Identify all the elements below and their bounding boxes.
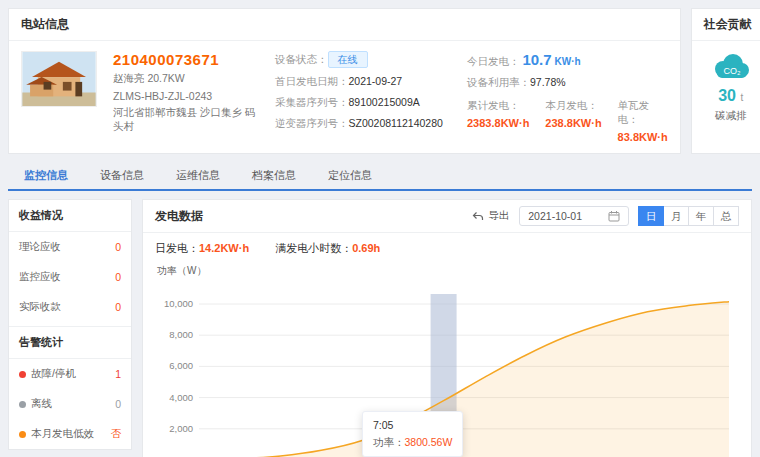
alarm-label: 本月发电低效 — [19, 427, 94, 441]
tab-device[interactable]: 设备信息 — [84, 162, 160, 189]
page: 电站信息 210400073671 赵海亮 20.7KW ZLMS- — [0, 0, 760, 457]
svg-text:CO₂: CO₂ — [723, 66, 741, 76]
alarm-section-title: 告警统计 — [9, 326, 131, 359]
station-info-panel: 电站信息 210400073671 赵海亮 20.7KW ZLMS- — [8, 8, 681, 154]
alarm-label: 故障/停机 — [19, 367, 76, 381]
generation-stat-columns: 累计发电： 2383.8KW·h 本月发电： 238.8KW·h 单瓦发电： 8… — [467, 99, 668, 143]
alarm-row-low-efficiency: 本月发电低效 否 — [9, 419, 131, 449]
tab-operations[interactable]: 运维信息 — [160, 162, 236, 189]
station-owner: 赵海亮 20.7KW — [113, 72, 259, 86]
online-status-badge: 在线 — [328, 51, 368, 68]
range-button-total[interactable]: 总 — [713, 206, 739, 226]
sidebar: 收益情况 理论应收 0 监控应收 0 实际收款 0 告警统计 故障/停机 1 离… — [8, 199, 132, 450]
revenue-label: 监控应收 — [19, 270, 61, 284]
svg-text:10,000: 10,000 — [164, 298, 193, 309]
month-generation-value: 238.8KW·h — [545, 117, 601, 129]
revenue-row-monitored: 监控应收 0 — [9, 262, 131, 292]
alarm-value: 1 — [115, 368, 121, 380]
co2-cloud-icon: CO₂ — [711, 53, 751, 83]
svg-text:6,000: 6,000 — [169, 360, 193, 371]
offline-status-dot — [19, 401, 26, 408]
day-generation-stat: 日发电：14.2KW·h — [155, 241, 249, 256]
month-generation-label: 本月发电： — [545, 99, 601, 113]
chart-tooltip: 7:05 功率：3800.56W — [362, 411, 463, 457]
revenue-section-title: 收益情况 — [9, 200, 131, 232]
today-generation-label: 今日发电： — [467, 55, 520, 67]
revenue-value: 0 — [115, 241, 121, 253]
co2-reduction-item: CO₂ 30 t 碳减排 — [711, 53, 751, 123]
tooltip-time: 7:05 — [373, 417, 452, 434]
utilization-value: 97.78% — [530, 76, 566, 88]
full-hours-stat: 满发电小时数：0.69h — [275, 241, 380, 256]
tooltip-power: 功率：3800.56W — [373, 434, 452, 451]
range-button-group: 日 月 年 总 — [639, 206, 739, 226]
range-button-month[interactable]: 月 — [663, 206, 689, 226]
station-summary: 210400073671 赵海亮 20.7KW ZLMS-HBJ-ZJL-024… — [113, 51, 259, 143]
collector-serial-label: 采集器序列号： — [275, 96, 349, 108]
revenue-value: 0 — [115, 271, 121, 283]
day-generation-label: 日发电： — [155, 242, 199, 254]
full-hours-value: 0.69h — [352, 242, 380, 254]
revenue-value: 0 — [115, 301, 121, 313]
chart-panel-title: 发电数据 — [155, 208, 203, 225]
today-generation-unit: KW·h — [555, 56, 581, 67]
collector-serial-row: 采集器序列号：89100215009A — [275, 96, 451, 110]
alarm-value: 否 — [111, 427, 122, 441]
export-icon — [472, 210, 484, 222]
first-gen-date-row: 首日发电日期：2021-09-27 — [275, 75, 451, 89]
today-generation-row: 今日发电： 10.7 KW·h — [467, 51, 668, 69]
revenue-label: 实际收款 — [19, 300, 61, 314]
svg-text:2,000: 2,000 — [169, 423, 193, 434]
export-button[interactable]: 导出 — [472, 209, 509, 223]
first-gen-date-value: 2021-09-27 — [349, 75, 403, 87]
day-generation-value: 14.2KW·h — [199, 242, 249, 254]
station-stats: 今日发电： 10.7 KW·h 设备利用率：97.78% 累计发电： 2383.… — [467, 51, 668, 143]
top-row: 电站信息 210400073671 赵海亮 20.7KW ZLMS- — [8, 8, 752, 154]
per-watt-generation-col: 单瓦发电： 83.8KW·h — [618, 99, 668, 143]
revenue-row-actual: 实际收款 0 — [9, 292, 131, 322]
svg-text:4,000: 4,000 — [169, 392, 193, 403]
chart-header: 发电数据 导出 2021-10-01 — [143, 200, 751, 233]
alarm-value: 0 — [115, 398, 121, 410]
station-panel-title: 电站信息 — [9, 9, 680, 41]
export-label: 导出 — [488, 209, 509, 223]
inverter-serial-row: 逆变器序列号：SZ00208112140280 — [275, 117, 451, 131]
chart-body: 日发电：14.2KW·h 满发电小时数：0.69h 功率（W） 02,0004,… — [143, 233, 751, 457]
total-generation-label: 累计发电： — [467, 99, 529, 113]
generation-data-panel: 发电数据 导出 2021-10-01 — [142, 199, 752, 457]
station-body: 210400073671 赵海亮 20.7KW ZLMS-HBJ-ZJL-024… — [9, 41, 680, 153]
station-id: 210400073671 — [113, 51, 259, 68]
range-button-day[interactable]: 日 — [638, 206, 664, 226]
low-efficiency-status-dot — [19, 431, 26, 438]
alarm-row-fault: 故障/停机 1 — [9, 359, 131, 389]
co2-value: 30 t — [718, 87, 743, 105]
generation-stats-line: 日发电：14.2KW·h 满发电小时数：0.69h — [155, 241, 739, 256]
station-address: 河北省邯郸市魏县 沙口集乡 码头村 — [113, 106, 259, 134]
station-code: ZLMS-HBJ-ZJL-0243 — [113, 90, 259, 102]
device-status-row: 设备状态：在线 — [275, 51, 451, 68]
tab-monitoring[interactable]: 监控信息 — [8, 162, 84, 189]
y-axis-label: 功率（W） — [157, 264, 739, 278]
inverter-serial-value: SZ00208112140280 — [349, 117, 443, 129]
tab-location[interactable]: 定位信息 — [312, 162, 388, 189]
co2-label: 碳减排 — [715, 109, 747, 123]
utilization-row: 设备利用率：97.78% — [467, 76, 668, 90]
per-watt-generation-label: 单瓦发电： — [618, 99, 668, 127]
utilization-label: 设备利用率： — [467, 76, 530, 88]
svg-text:8,000: 8,000 — [169, 329, 193, 340]
social-panel-title: 社会贡献 — [692, 9, 760, 41]
station-fields: 设备状态：在线 首日发电日期：2021-09-27 采集器序列号：8910021… — [275, 51, 451, 143]
fault-status-dot — [19, 371, 26, 378]
date-picker[interactable]: 2021-10-01 — [519, 206, 629, 226]
range-button-year[interactable]: 年 — [688, 206, 714, 226]
tab-archive[interactable]: 档案信息 — [236, 162, 312, 189]
chart-area: 02,0004,0006,0008,00010,00006:3506:4006:… — [155, 280, 739, 457]
total-generation-value: 2383.8KW·h — [467, 117, 529, 129]
per-watt-generation-value: 83.8KW·h — [618, 131, 668, 143]
calendar-icon — [608, 210, 620, 222]
chart-controls: 导出 2021-10-01 日 月 年 — [472, 206, 739, 226]
device-status-label: 设备状态： — [275, 53, 328, 65]
social-body: CO₂ 30 t 碳减排 11 t 节约煤 — [692, 41, 760, 131]
station-photo — [21, 51, 97, 107]
first-gen-date-label: 首日发电日期： — [275, 75, 349, 87]
